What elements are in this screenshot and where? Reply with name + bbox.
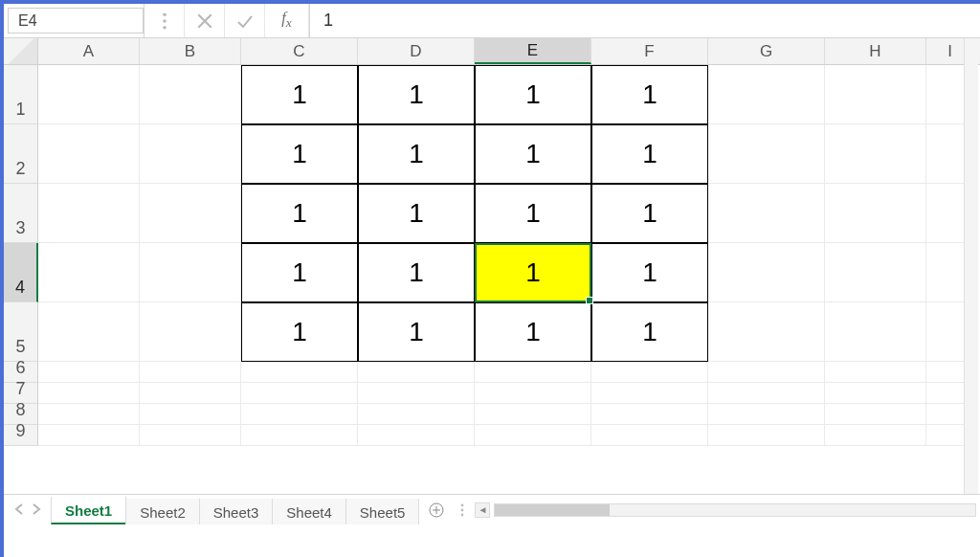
cell-E1[interactable]: 1 — [475, 65, 591, 124]
select-all-corner[interactable] — [4, 38, 38, 64]
cell-C7[interactable] — [241, 383, 358, 404]
cell-H7[interactable] — [825, 383, 926, 404]
cell-D8[interactable] — [358, 404, 475, 425]
hscroll-left-icon[interactable]: ◄ — [475, 502, 490, 518]
cell-G6[interactable] — [708, 362, 825, 383]
cell-B9[interactable] — [140, 425, 241, 446]
cell-G5[interactable] — [708, 302, 825, 362]
cell-E6[interactable] — [475, 362, 591, 383]
cell-C6[interactable] — [241, 362, 358, 383]
cell-A3[interactable] — [38, 184, 140, 243]
cell-G3[interactable] — [708, 184, 825, 243]
vertical-scrollbar[interactable] — [964, 38, 978, 524]
cell-E3[interactable]: 1 — [475, 184, 591, 243]
cell-F7[interactable] — [591, 383, 708, 404]
enter-icon[interactable] — [225, 4, 265, 37]
cell-D5[interactable]: 1 — [358, 302, 475, 362]
col-header-H[interactable]: H — [825, 38, 926, 64]
add-sheet-button[interactable] — [419, 495, 454, 524]
cell-F3[interactable]: 1 — [591, 184, 708, 243]
cell-A4[interactable] — [38, 243, 140, 302]
sheet-tab-sheet3[interactable]: Sheet3 — [199, 499, 274, 524]
cell-D4[interactable]: 1 — [358, 243, 475, 302]
col-header-A[interactable]: A — [38, 38, 140, 64]
cell-H3[interactable] — [825, 184, 926, 243]
name-box[interactable]: E4 — [8, 8, 144, 33]
hscroll-thumb[interactable] — [495, 504, 610, 516]
row-header-9[interactable]: 9 — [4, 425, 38, 446]
sheet-tab-sheet1[interactable]: Sheet1 — [51, 497, 126, 524]
row-header-4[interactable]: 4 — [4, 243, 38, 302]
cell-H1[interactable] — [825, 65, 926, 124]
cell-F8[interactable] — [591, 404, 708, 425]
col-header-D[interactable]: D — [358, 38, 475, 64]
cell-F6[interactable] — [591, 362, 708, 383]
row-header-1[interactable]: 1 — [4, 65, 38, 124]
row-header-3[interactable]: 3 — [4, 184, 38, 243]
horizontal-scrollbar[interactable]: ◄ — [471, 495, 980, 524]
sheet-tab-sheet4[interactable]: Sheet4 — [272, 499, 346, 524]
cell-A2[interactable] — [38, 124, 140, 184]
cell-E9[interactable] — [475, 425, 591, 446]
cell-H5[interactable] — [825, 302, 926, 362]
cell-B7[interactable] — [140, 383, 241, 404]
col-header-B[interactable]: B — [140, 38, 241, 64]
cell-C4[interactable]: 1 — [241, 243, 358, 302]
col-header-F[interactable]: F — [591, 38, 708, 64]
cell-B6[interactable] — [140, 362, 241, 383]
cell-F4[interactable]: 1 — [591, 243, 708, 302]
cell-G1[interactable] — [708, 65, 825, 124]
cell-A8[interactable] — [38, 404, 140, 425]
cell-G9[interactable] — [708, 425, 825, 446]
cell-B8[interactable] — [140, 404, 241, 425]
cell-C9[interactable] — [241, 425, 358, 446]
cell-E7[interactable] — [475, 383, 591, 404]
cell-A9[interactable] — [38, 425, 140, 446]
cell-B2[interactable] — [140, 124, 241, 184]
hscroll-track[interactable] — [494, 503, 976, 517]
tab-next-icon[interactable] — [31, 501, 42, 519]
cell-B5[interactable] — [140, 302, 241, 362]
cell-E4[interactable]: 1 — [475, 243, 591, 302]
fbar-options-icon[interactable] — [145, 4, 185, 37]
cell-E2[interactable]: 1 — [475, 124, 591, 184]
row-header-5[interactable]: 5 — [4, 302, 38, 362]
cell-C1[interactable]: 1 — [241, 65, 358, 124]
cell-A7[interactable] — [38, 383, 140, 404]
cell-H9[interactable] — [825, 425, 926, 446]
cell-H4[interactable] — [825, 243, 926, 302]
cell-G2[interactable] — [708, 124, 825, 184]
cell-C5[interactable]: 1 — [241, 302, 358, 362]
cell-D2[interactable]: 1 — [358, 124, 475, 184]
sheet-tab-sheet5[interactable]: Sheet5 — [345, 499, 420, 524]
cell-F2[interactable]: 1 — [591, 124, 708, 184]
col-header-E[interactable]: E — [475, 38, 591, 64]
cell-H6[interactable] — [825, 362, 926, 383]
cell-A5[interactable] — [38, 302, 140, 362]
cell-C3[interactable]: 1 — [241, 184, 358, 243]
cell-A1[interactable] — [38, 65, 140, 124]
cell-B3[interactable] — [140, 184, 241, 243]
tab-options-icon[interactable] — [454, 495, 471, 524]
cell-D7[interactable] — [358, 383, 475, 404]
cell-A6[interactable] — [38, 362, 140, 383]
cell-C8[interactable] — [241, 404, 358, 425]
cell-D3[interactable]: 1 — [358, 184, 475, 243]
cell-B1[interactable] — [140, 65, 241, 124]
row-header-2[interactable]: 2 — [4, 124, 38, 184]
cell-D6[interactable] — [358, 362, 475, 383]
cell-G8[interactable] — [708, 404, 825, 425]
fx-icon[interactable]: fx — [265, 4, 309, 37]
cancel-icon[interactable] — [185, 4, 225, 37]
cell-D9[interactable] — [358, 425, 475, 446]
cell-B4[interactable] — [140, 243, 241, 302]
cell-C2[interactable]: 1 — [241, 124, 358, 184]
col-header-G[interactable]: G — [708, 38, 825, 64]
cell-E5[interactable]: 1 — [475, 302, 591, 362]
cell-E8[interactable] — [475, 404, 591, 425]
formula-input[interactable]: 1 — [309, 4, 980, 37]
cell-G4[interactable] — [708, 243, 825, 302]
tab-prev-icon[interactable] — [13, 501, 25, 519]
cell-D1[interactable]: 1 — [358, 65, 475, 124]
cell-F5[interactable]: 1 — [591, 302, 708, 362]
